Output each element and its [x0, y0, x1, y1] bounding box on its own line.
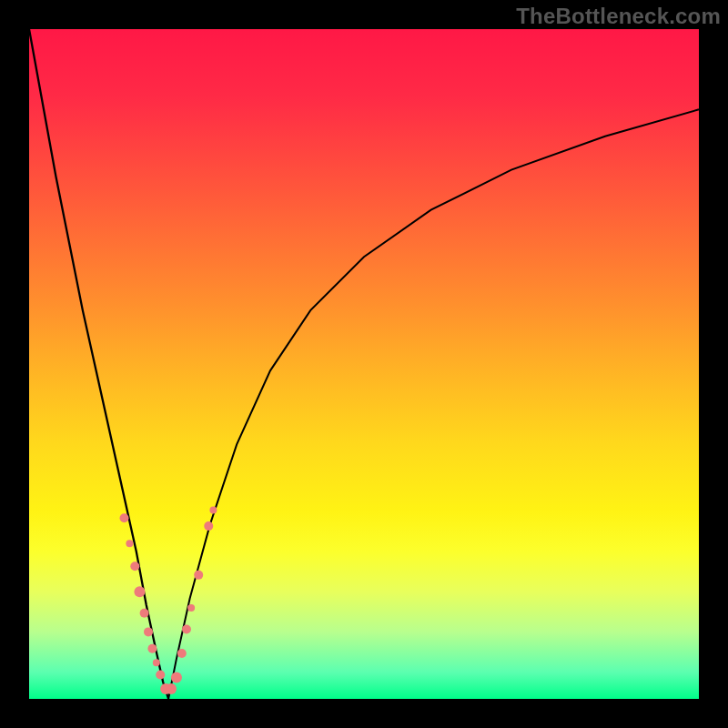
curve-left-branch [29, 29, 168, 699]
marker-dot [130, 561, 139, 571]
marker-dot [156, 671, 165, 680]
marker-dot [120, 513, 129, 522]
chart-svg [29, 29, 699, 699]
marker-group [120, 506, 217, 694]
plot-area [29, 29, 699, 699]
marker-dot [134, 586, 145, 597]
marker-dot [209, 506, 217, 513]
frame-root: TheBottleneck.com [0, 0, 728, 728]
curve-right-branch [168, 109, 699, 699]
marker-dot [204, 521, 213, 531]
marker-dot [177, 649, 187, 658]
marker-dot [166, 683, 177, 694]
marker-dot [126, 540, 133, 547]
marker-dot [182, 624, 191, 633]
marker-dot [171, 672, 182, 682]
marker-dot [147, 644, 157, 653]
watermark-text: TheBottleneck.com [516, 4, 721, 29]
marker-dot [194, 571, 203, 580]
marker-dot [153, 659, 160, 666]
marker-dot [187, 604, 195, 612]
marker-dot [144, 627, 153, 636]
marker-dot [140, 609, 149, 618]
